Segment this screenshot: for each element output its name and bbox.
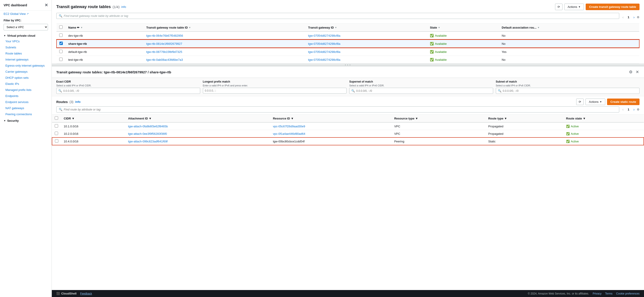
route-row-checkbox[interactable] bbox=[55, 132, 58, 135]
tgw-id-link[interactable]: tgw-07054d8274298cf8a bbox=[308, 50, 340, 53]
top-panel: Transit gateway route tables (1/4) info … bbox=[52, 0, 644, 64]
sidebar-close-button[interactable]: ✕ bbox=[44, 3, 48, 8]
feedback-link[interactable]: Feedback bbox=[80, 292, 92, 295]
panel-divider[interactable]: • • • bbox=[52, 64, 644, 66]
row-checkbox[interactable] bbox=[59, 58, 62, 61]
tgw-id-link[interactable]: tgw-07054d8274298cf8a bbox=[308, 42, 340, 45]
sort-icon-resource-type[interactable]: ▼ bbox=[415, 117, 418, 120]
sidebar-item-egress-gateways[interactable]: Egress-only internet gateways bbox=[0, 62, 52, 69]
info-link-top[interactable]: info bbox=[121, 5, 126, 8]
route-row-checkbox[interactable] bbox=[55, 139, 58, 143]
filter-subnet-input[interactable] bbox=[503, 89, 638, 92]
routes-search-input[interactable] bbox=[64, 108, 617, 111]
ec2-global-view-link[interactable]: EC2 Global View ↗ bbox=[0, 10, 52, 17]
sidebar-item-elastic-ips[interactable]: Elastic IPs bbox=[0, 81, 52, 87]
routes-search-bar[interactable]: 🔍 bbox=[56, 106, 619, 112]
sort-icon-name[interactable]: ▼ bbox=[80, 26, 83, 29]
terms-link[interactable]: Terms bbox=[605, 292, 612, 295]
tgw-id-link[interactable]: tgw-07054d8274298cf8a bbox=[308, 58, 340, 61]
row-checkbox[interactable] bbox=[60, 42, 63, 45]
attachment-id-link[interactable]: tgw-attach-0ee3f9f56283f36f0 bbox=[128, 132, 167, 135]
sort-icon-attachment[interactable]: ▼ bbox=[149, 117, 152, 120]
sidebar-item-your-vpcs[interactable]: Your VPCs bbox=[0, 38, 52, 44]
tgw-id-link[interactable]: tgw-07054d8274298cf8a bbox=[308, 34, 340, 37]
sidebar: VPC dashboard ✕ EC2 Global View ↗ Filter… bbox=[0, 0, 52, 297]
routes-title: Routes (3) info bbox=[56, 100, 80, 104]
row-checkbox[interactable] bbox=[59, 33, 62, 37]
detail-settings-icon[interactable]: ⚙ bbox=[628, 69, 633, 75]
sort-icon-default[interactable]: ▼ bbox=[538, 26, 540, 29]
routes-refresh-button[interactable]: ⟳ bbox=[576, 99, 584, 105]
routes-col-attachment: Attachment ID ▼ bbox=[126, 114, 270, 123]
sort-icon-route-state[interactable]: ▼ bbox=[583, 117, 586, 120]
filter-subnet-input-wrap: 🔍 bbox=[496, 88, 640, 94]
table-settings-icon[interactable]: ⚙ bbox=[637, 15, 640, 19]
sidebar-item-internet-gateways[interactable]: Internet gateways bbox=[0, 56, 52, 62]
sidebar-item-endpoints[interactable]: Endpoints bbox=[0, 93, 52, 99]
top-search-bar[interactable]: 🔍 bbox=[56, 13, 619, 19]
sort-icon-state[interactable]: ▼ bbox=[438, 26, 440, 29]
sidebar-item-route-tables[interactable]: Route tables bbox=[0, 50, 52, 56]
resource-id-link[interactable]: vpc-0f1a4ae446d90ad64 bbox=[273, 132, 305, 135]
row-default-association: No bbox=[499, 40, 639, 48]
filter-longest-prefix-input[interactable] bbox=[205, 89, 345, 92]
rtb-id-link[interactable]: tgw-rtb-08776b15fbf9d7325 bbox=[146, 50, 182, 53]
privacy-link[interactable]: Privacy bbox=[593, 292, 602, 295]
cookie-preferences-link[interactable]: Cookie preferences bbox=[616, 292, 640, 295]
routes-section: Routes (3) info ⟳ Actions ▼ Creat bbox=[52, 96, 644, 290]
routes-col-resource: Resource ID ▼ bbox=[270, 114, 392, 123]
rtb-id-link[interactable]: tgw-rtb-064e76b67f5482956 bbox=[146, 34, 183, 37]
route-row[interactable]: 10.1.0.0/16tgw-attach-0fa9b6f3e62f8465bv… bbox=[52, 122, 644, 130]
routes-info-link[interactable]: info bbox=[75, 100, 80, 103]
sidebar-item-carrier-gateways[interactable]: Carrier gateways bbox=[0, 69, 52, 75]
routes-actions-button[interactable]: Actions ▼ bbox=[586, 99, 605, 105]
active-check-icon: ✅ bbox=[566, 125, 570, 128]
routes-table-settings-icon[interactable]: ⚙ bbox=[637, 108, 640, 111]
top-search-input[interactable] bbox=[64, 14, 617, 17]
route-row[interactable]: 10.2.0.0/16tgw-attach-0ee3f9f56283f36f0v… bbox=[52, 130, 644, 138]
actions-button[interactable]: Actions ▼ bbox=[564, 3, 584, 10]
sidebar-item-managed-prefix-lists[interactable]: Managed prefix lists bbox=[0, 87, 52, 93]
security-section-header[interactable]: ▼ Security bbox=[0, 117, 52, 123]
routes-prev-page-button[interactable]: ‹ bbox=[621, 107, 625, 112]
route-resource-id: vpc-05c67f26d9aad30e9 bbox=[270, 122, 392, 130]
resource-id-link[interactable]: vpc-05c67f26d9aad30e9 bbox=[273, 125, 305, 128]
sort-icon-resource[interactable]: ▼ bbox=[291, 117, 294, 120]
sort-icon-route-type[interactable]: ▼ bbox=[504, 117, 507, 120]
filter-supernet-label: Supernet of match bbox=[349, 80, 493, 83]
sidebar-item-peering-connections[interactable]: Peering connections bbox=[0, 111, 52, 117]
attachment-id-link[interactable]: tgw-attach-099c823adf641f69f bbox=[128, 140, 168, 143]
table-row[interactable]: dev-tgw-rtbtgw-rtb-064e76b67f5482956tgw-… bbox=[56, 31, 639, 40]
filter-exact-cidr-input[interactable] bbox=[63, 89, 198, 92]
create-tgw-route-table-button[interactable]: Create transit gateway route table bbox=[586, 3, 640, 10]
refresh-button[interactable]: ⟳ bbox=[555, 3, 562, 10]
table-row[interactable]: default-tgw-rtbtgw-rtb-08776b15fbf9d7325… bbox=[56, 48, 639, 56]
rtb-id-link[interactable]: tgw-rtb-0814e1f66f2679927 bbox=[146, 42, 182, 45]
route-row[interactable]: 10.4.0.0/16tgw-attach-099c823adf641f69ft… bbox=[52, 137, 644, 145]
status-badge: ✅Available bbox=[430, 58, 496, 61]
sidebar-item-nat-gateways[interactable]: NAT gateways bbox=[0, 105, 52, 111]
sort-icon-tgw[interactable]: ▼ bbox=[335, 26, 337, 29]
create-static-route-button[interactable]: Create static route bbox=[607, 99, 640, 105]
sort-icon-cidr[interactable]: ▼ bbox=[72, 117, 74, 120]
row-checkbox[interactable] bbox=[59, 50, 62, 53]
rtb-id-link[interactable]: tgw-rtb-0ab08ac43fd6be7a3 bbox=[146, 58, 183, 61]
check-circle-icon: ✅ bbox=[430, 50, 434, 53]
detail-close-icon[interactable]: ✕ bbox=[635, 69, 640, 75]
prev-page-button[interactable]: ‹ bbox=[621, 15, 625, 20]
attachment-id-link[interactable]: tgw-attach-0fa9b6f3e62f8465b bbox=[128, 125, 168, 128]
table-row[interactable]: share-tgw-rtbtgw-rtb-0814e1f66f2679927tg… bbox=[56, 40, 639, 48]
sidebar-item-subnets[interactable]: Subnets bbox=[0, 44, 52, 50]
select-all-checkbox[interactable] bbox=[59, 25, 62, 29]
routes-next-page-button[interactable]: › bbox=[632, 107, 636, 112]
next-page-button[interactable]: › bbox=[632, 15, 636, 20]
table-row[interactable]: test-tgw-rtbtgw-rtb-0ab08ac43fd6be7a3tgw… bbox=[56, 56, 639, 64]
sidebar-item-dhcp-option-sets[interactable]: DHCP option sets bbox=[0, 75, 52, 81]
sort-icon-rtb[interactable]: ▼ bbox=[189, 26, 191, 29]
vpc-section-header[interactable]: ▼ Virtual private cloud bbox=[0, 32, 52, 38]
sidebar-item-endpoint-services[interactable]: Endpoint services bbox=[0, 99, 52, 105]
vpc-filter-select[interactable]: Select a VPC bbox=[4, 24, 48, 30]
route-row-checkbox[interactable] bbox=[55, 124, 58, 128]
filter-supernet-input[interactable] bbox=[356, 89, 491, 92]
routes-select-all-checkbox[interactable] bbox=[55, 116, 58, 120]
